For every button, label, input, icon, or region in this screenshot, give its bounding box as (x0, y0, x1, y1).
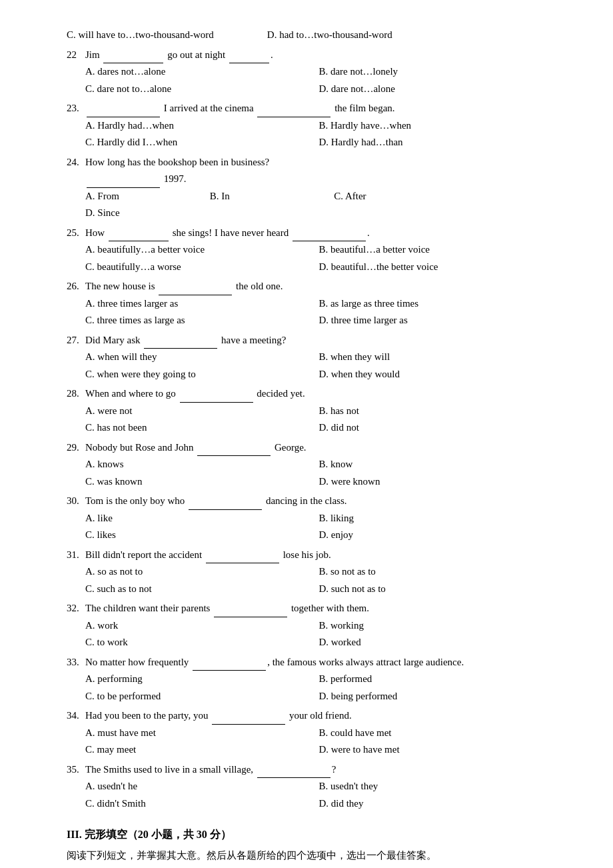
q29-text: Nobody but Rose and John George. (85, 439, 306, 457)
q27-block: 27. Did Mary ask have a meeting? A. when… (67, 332, 560, 383)
q33-optA: A. performing (85, 671, 299, 688)
q32-optA: A. work (85, 617, 299, 635)
q28-optD: D. did not (318, 419, 532, 437)
q22-line: 22 Jim go out at night . (67, 47, 560, 64)
q35-optB: B. usedn't they (318, 778, 532, 795)
q27-optC: C. when were they going to (85, 366, 299, 383)
q24-text: How long has the bookshop been in busine… (85, 154, 269, 171)
q34-optD: D. were to have met (318, 741, 532, 759)
q30-options: A. like B. liking C. likes D. enjoy (85, 510, 560, 544)
q33-block: 33. No matter how frequently , the famou… (67, 654, 560, 705)
q31-options: A. so as not to B. so not as to C. such … (85, 563, 560, 597)
q34-optC: C. may meet (85, 741, 299, 759)
q28-optB: B. has not (318, 403, 532, 420)
q26-block: 26. The new house is the old one. A. thr… (67, 278, 560, 329)
q33-options: A. performing B. performed C. to be perf… (85, 671, 560, 705)
q32-num: 32. (67, 600, 85, 617)
q23-optD: D. Hardly had…than (318, 134, 532, 151)
q22-text: Jim go out at night . (85, 47, 273, 64)
q23-optB: B. Hardly have…when (318, 117, 532, 135)
q34-options: A. must have met B. could have met C. ma… (85, 725, 560, 759)
q33-optC: C. to be performed (85, 688, 299, 705)
q35-line: 35. The Smiths used to live in a small v… (67, 761, 560, 779)
q34-num: 34. (67, 707, 85, 725)
q34-block: 34. Had you been to the party, you your … (67, 707, 560, 759)
q26-optA: A. three times larger as (85, 295, 299, 313)
q34-line: 34. Had you been to the party, you your … (67, 707, 560, 725)
q35-options: A. usedn't he B. usedn't they C. didn't … (85, 778, 560, 812)
q31-line: 31. Bill didn't report the accident lose… (67, 547, 560, 564)
q23-block: 23. I arrived at the cinema the film beg… (67, 100, 560, 151)
q26-options: A. three times larger as B. as large as … (85, 295, 560, 329)
q24-optC: C. After (334, 188, 438, 205)
q26-text: The new house is the old one. (85, 278, 283, 295)
q27-options: A. when will they B. when they will C. w… (85, 349, 560, 383)
q30-optD: D. enjoy (318, 527, 532, 544)
q27-optB: B. when they will (318, 349, 532, 366)
q31-num: 31. (67, 547, 85, 564)
q26-num: 26. (67, 278, 85, 295)
q27-text: Did Mary ask have a meeting? (85, 332, 286, 349)
q23-optC: C. Hardly did I…when (85, 134, 299, 151)
q35-block: 35. The Smiths used to live in a small v… (67, 761, 560, 813)
q21-cd-row: C. will have to…two-thousand-word D. had… (67, 27, 560, 44)
q24-optB: B. In (210, 188, 314, 205)
q24-subline: 1997. (85, 171, 560, 188)
q22-optB: B. dare not…lonely (318, 63, 532, 81)
q30-text: Tom is the only boy who dancing in the c… (85, 493, 347, 510)
q27-line: 27. Did Mary ask have a meeting? (67, 332, 560, 349)
q25-optC: C. beautifully…a worse (85, 259, 299, 276)
q30-optA: A. like (85, 510, 299, 527)
q24-block: 24. How long has the bookshop been in bu… (67, 154, 560, 222)
q29-optB: B. know (318, 456, 532, 473)
q28-num: 28. (67, 385, 85, 403)
q30-block: 30. Tom is the only boy who dancing in t… (67, 493, 560, 544)
q33-line: 33. No matter how frequently , the famou… (67, 654, 560, 671)
q28-text: When and where to go decided yet. (85, 385, 305, 403)
q22-optA: A. dares not…alone (85, 63, 299, 81)
q32-optC: C. to work (85, 634, 299, 651)
q28-block: 28. When and where to go decided yet. A.… (67, 385, 560, 437)
q35-optC: C. didn't Smith (85, 795, 299, 813)
q31-optA: A. so as not to (85, 563, 299, 581)
q25-optA: A. beautifully…a better voice (85, 241, 299, 259)
q25-line: 25. How she sings! I have never heard . (67, 225, 560, 242)
q33-text: No matter how frequently , the famous wo… (85, 654, 464, 671)
q25-optD: D. beautiful…the better voice (318, 259, 532, 276)
q28-line: 28. When and where to go decided yet. (67, 385, 560, 403)
q26-optC: C. three times as large as (85, 312, 299, 329)
q29-block: 29. Nobody but Rose and John George. A. … (67, 439, 560, 491)
q28-optA: A. were not (85, 403, 299, 420)
q22-optC: C. dare not to…alone (85, 81, 299, 98)
section3-desc: 阅读下列短文，并掌握其大意。然后从各题所给的四个选项中，选出一个最佳答案。 (67, 847, 560, 865)
q30-num: 30. (67, 493, 85, 510)
q22-options: A. dares not…alone B. dare not…lonely C.… (85, 63, 560, 97)
q32-line: 32. The children want their parents toge… (67, 600, 560, 617)
q33-optD: D. being performed (318, 688, 532, 705)
q34-optB: B. could have met (318, 725, 532, 742)
q35-optD: D. did they (318, 795, 532, 813)
q35-num: 35. (67, 761, 85, 779)
q31-optB: B. so not as to (318, 563, 532, 581)
q24-num: 24. (67, 154, 85, 171)
q29-optC: C. was known (85, 473, 299, 491)
q32-block: 32. The children want their parents toge… (67, 600, 560, 651)
q24-optA: A. From (85, 188, 190, 205)
q23-line: 23. I arrived at the cinema the film beg… (67, 100, 560, 117)
q32-optD: D. worked (318, 634, 532, 651)
q29-optD: D. were known (318, 473, 532, 491)
q31-text: Bill didn't report the accident lose his… (85, 547, 331, 564)
q28-optC: C. has not been (85, 419, 299, 437)
q25-optB: B. beautiful…a better voice (318, 241, 532, 259)
q31-optC: C. such as to not (85, 581, 299, 598)
q25-options: A. beautifully…a better voice B. beautif… (85, 241, 560, 275)
q31-block: 31. Bill didn't report the accident lose… (67, 547, 560, 598)
q25-block: 25. How she sings! I have never heard . … (67, 225, 560, 276)
q23-options: A. Hardly had…when B. Hardly have…when C… (85, 117, 560, 151)
q22-optD: D. dare not…alone (318, 81, 532, 98)
q33-num: 33. (67, 654, 85, 671)
q35-optA: A. usedn't he (85, 778, 299, 795)
q23-num: 23. (67, 100, 85, 117)
q29-optA: A. knows (85, 456, 299, 473)
q32-optB: B. working (318, 617, 532, 635)
